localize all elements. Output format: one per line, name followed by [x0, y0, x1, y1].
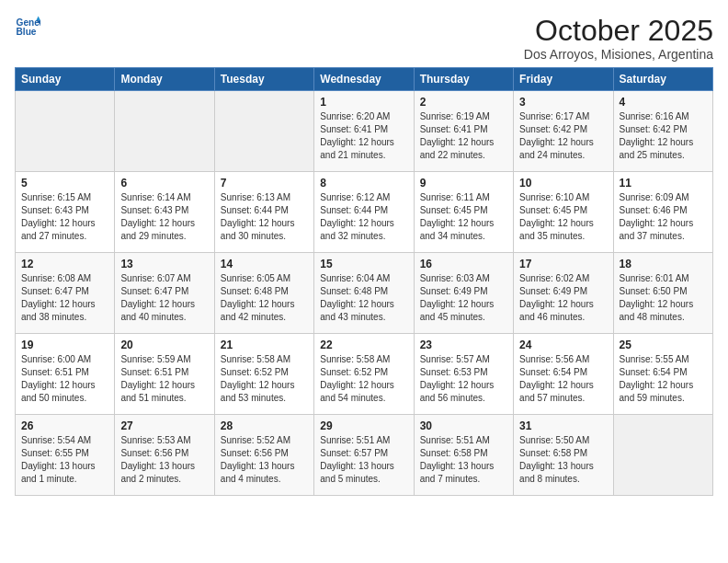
- day-info: Sunrise: 6:13 AM Sunset: 6:44 PM Dayligh…: [221, 191, 308, 243]
- day-info: Sunrise: 6:04 AM Sunset: 6:48 PM Dayligh…: [320, 272, 407, 324]
- day-info: Sunrise: 6:16 AM Sunset: 6:42 PM Dayligh…: [620, 110, 707, 162]
- calendar-week-row: 1Sunrise: 6:20 AM Sunset: 6:41 PM Daylig…: [16, 91, 713, 172]
- day-info: Sunrise: 6:01 AM Sunset: 6:50 PM Dayligh…: [620, 272, 707, 324]
- day-info: Sunrise: 6:02 AM Sunset: 6:49 PM Dayligh…: [519, 272, 607, 324]
- calendar-day-cell: [115, 91, 214, 172]
- calendar-day-cell: 20Sunrise: 5:59 AM Sunset: 6:51 PM Dayli…: [115, 334, 214, 415]
- day-info: Sunrise: 5:50 AM Sunset: 6:58 PM Dayligh…: [519, 434, 607, 486]
- calendar-day-cell: 3Sunrise: 6:17 AM Sunset: 6:42 PM Daylig…: [514, 91, 613, 172]
- calendar-day-cell: 25Sunrise: 5:55 AM Sunset: 6:54 PM Dayli…: [613, 334, 712, 415]
- calendar-day-cell: 17Sunrise: 6:02 AM Sunset: 6:49 PM Dayli…: [514, 253, 613, 334]
- svg-text:Blue: Blue: [17, 27, 37, 37]
- calendar-day-cell: 5Sunrise: 6:15 AM Sunset: 6:43 PM Daylig…: [16, 172, 115, 253]
- day-info: Sunrise: 6:00 AM Sunset: 6:51 PM Dayligh…: [21, 353, 108, 405]
- day-info: Sunrise: 6:05 AM Sunset: 6:48 PM Dayligh…: [221, 272, 308, 324]
- calendar-day-cell: 26Sunrise: 5:54 AM Sunset: 6:55 PM Dayli…: [16, 415, 115, 496]
- day-info: Sunrise: 5:51 AM Sunset: 6:58 PM Dayligh…: [420, 434, 507, 486]
- calendar-day-cell: [613, 415, 712, 496]
- day-number: 6: [120, 177, 208, 190]
- calendar-day-cell: 14Sunrise: 6:05 AM Sunset: 6:48 PM Dayli…: [214, 253, 313, 334]
- day-number: 2: [420, 96, 507, 109]
- calendar-day-cell: 30Sunrise: 5:51 AM Sunset: 6:58 PM Dayli…: [414, 415, 513, 496]
- day-number: 25: [620, 339, 707, 351]
- day-info: Sunrise: 6:12 AM Sunset: 6:44 PM Dayligh…: [320, 191, 407, 243]
- month-title: October 2025: [524, 15, 713, 47]
- weekday-header-cell: Sunday: [16, 68, 115, 91]
- day-number: 14: [221, 258, 308, 270]
- calendar-day-cell: [214, 91, 313, 172]
- day-number: 17: [519, 258, 607, 270]
- calendar-day-cell: 27Sunrise: 5:53 AM Sunset: 6:56 PM Dayli…: [115, 415, 214, 496]
- day-info: Sunrise: 5:56 AM Sunset: 6:54 PM Dayligh…: [519, 353, 607, 405]
- calendar-day-cell: 9Sunrise: 6:11 AM Sunset: 6:45 PM Daylig…: [414, 172, 513, 253]
- calendar-day-cell: 19Sunrise: 6:00 AM Sunset: 6:51 PM Dayli…: [16, 334, 115, 415]
- day-number: 23: [420, 339, 507, 351]
- weekday-header-cell: Saturday: [613, 68, 712, 91]
- calendar-day-cell: 6Sunrise: 6:14 AM Sunset: 6:43 PM Daylig…: [115, 172, 214, 253]
- day-number: 15: [320, 258, 407, 270]
- day-number: 27: [120, 419, 208, 432]
- weekday-header-cell: Monday: [115, 68, 214, 91]
- day-number: 8: [320, 177, 407, 190]
- calendar-week-row: 12Sunrise: 6:08 AM Sunset: 6:47 PM Dayli…: [16, 253, 713, 334]
- calendar-day-cell: [16, 91, 115, 172]
- day-info: Sunrise: 6:14 AM Sunset: 6:43 PM Dayligh…: [120, 191, 208, 243]
- day-number: 29: [320, 419, 407, 432]
- day-number: 31: [519, 419, 607, 432]
- day-info: Sunrise: 6:10 AM Sunset: 6:45 PM Dayligh…: [519, 191, 607, 243]
- calendar-day-cell: 15Sunrise: 6:04 AM Sunset: 6:48 PM Dayli…: [314, 253, 414, 334]
- day-number: 16: [420, 258, 507, 270]
- calendar-day-cell: 16Sunrise: 6:03 AM Sunset: 6:49 PM Dayli…: [414, 253, 513, 334]
- calendar-day-cell: 1Sunrise: 6:20 AM Sunset: 6:41 PM Daylig…: [314, 91, 414, 172]
- logo: General Blue: [15, 15, 40, 40]
- day-info: Sunrise: 6:19 AM Sunset: 6:41 PM Dayligh…: [420, 110, 507, 162]
- weekday-header-cell: Tuesday: [214, 68, 313, 91]
- calendar-day-cell: 8Sunrise: 6:12 AM Sunset: 6:44 PM Daylig…: [314, 172, 414, 253]
- calendar-week-row: 5Sunrise: 6:15 AM Sunset: 6:43 PM Daylig…: [16, 172, 713, 253]
- calendar-day-cell: 31Sunrise: 5:50 AM Sunset: 6:58 PM Dayli…: [514, 415, 613, 496]
- day-info: Sunrise: 6:20 AM Sunset: 6:41 PM Dayligh…: [320, 110, 407, 162]
- day-info: Sunrise: 5:52 AM Sunset: 6:56 PM Dayligh…: [221, 434, 308, 486]
- calendar-day-cell: 28Sunrise: 5:52 AM Sunset: 6:56 PM Dayli…: [214, 415, 313, 496]
- day-info: Sunrise: 5:58 AM Sunset: 6:52 PM Dayligh…: [221, 353, 308, 405]
- weekday-header-row: SundayMondayTuesdayWednesdayThursdayFrid…: [16, 68, 713, 91]
- calendar-day-cell: 29Sunrise: 5:51 AM Sunset: 6:57 PM Dayli…: [314, 415, 414, 496]
- calendar-day-cell: 10Sunrise: 6:10 AM Sunset: 6:45 PM Dayli…: [514, 172, 613, 253]
- day-info: Sunrise: 6:07 AM Sunset: 6:47 PM Dayligh…: [120, 272, 208, 324]
- day-info: Sunrise: 6:03 AM Sunset: 6:49 PM Dayligh…: [420, 272, 507, 324]
- calendar-day-cell: 18Sunrise: 6:01 AM Sunset: 6:50 PM Dayli…: [613, 253, 712, 334]
- day-info: Sunrise: 6:09 AM Sunset: 6:46 PM Dayligh…: [620, 191, 707, 243]
- day-number: 9: [420, 177, 507, 190]
- day-number: 10: [519, 177, 607, 190]
- calendar-day-cell: 7Sunrise: 6:13 AM Sunset: 6:44 PM Daylig…: [214, 172, 313, 253]
- calendar-day-cell: 13Sunrise: 6:07 AM Sunset: 6:47 PM Dayli…: [115, 253, 214, 334]
- day-info: Sunrise: 5:58 AM Sunset: 6:52 PM Dayligh…: [320, 353, 407, 405]
- day-info: Sunrise: 5:53 AM Sunset: 6:56 PM Dayligh…: [120, 434, 208, 486]
- day-number: 12: [21, 258, 108, 270]
- day-info: Sunrise: 5:55 AM Sunset: 6:54 PM Dayligh…: [620, 353, 707, 405]
- calendar-day-cell: 4Sunrise: 6:16 AM Sunset: 6:42 PM Daylig…: [613, 91, 712, 172]
- day-number: 24: [519, 339, 607, 351]
- weekday-header-cell: Wednesday: [314, 68, 414, 91]
- day-number: 18: [620, 258, 707, 270]
- day-info: Sunrise: 6:15 AM Sunset: 6:43 PM Dayligh…: [21, 191, 108, 243]
- logo-icon: General Blue: [15, 15, 40, 40]
- day-info: Sunrise: 5:57 AM Sunset: 6:53 PM Dayligh…: [420, 353, 507, 405]
- calendar-day-cell: 2Sunrise: 6:19 AM Sunset: 6:41 PM Daylig…: [414, 91, 513, 172]
- day-info: Sunrise: 5:54 AM Sunset: 6:55 PM Dayligh…: [21, 434, 108, 486]
- title-block: October 2025 Dos Arroyos, Misiones, Arge…: [524, 15, 713, 62]
- calendar-day-cell: 22Sunrise: 5:58 AM Sunset: 6:52 PM Dayli…: [314, 334, 414, 415]
- day-number: 7: [221, 177, 308, 190]
- calendar-day-cell: 24Sunrise: 5:56 AM Sunset: 6:54 PM Dayli…: [514, 334, 613, 415]
- calendar-day-cell: 11Sunrise: 6:09 AM Sunset: 6:46 PM Dayli…: [613, 172, 712, 253]
- day-number: 28: [221, 419, 308, 432]
- page-header: General Blue October 2025 Dos Arroyos, M…: [15, 15, 713, 62]
- day-info: Sunrise: 5:51 AM Sunset: 6:57 PM Dayligh…: [320, 434, 407, 486]
- calendar-body: 1Sunrise: 6:20 AM Sunset: 6:41 PM Daylig…: [16, 91, 713, 496]
- location-subtitle: Dos Arroyos, Misiones, Argentina: [524, 47, 713, 62]
- calendar-day-cell: 21Sunrise: 5:58 AM Sunset: 6:52 PM Dayli…: [214, 334, 313, 415]
- day-number: 3: [519, 96, 607, 109]
- day-number: 26: [21, 419, 108, 432]
- day-number: 30: [420, 419, 507, 432]
- day-number: 22: [320, 339, 407, 351]
